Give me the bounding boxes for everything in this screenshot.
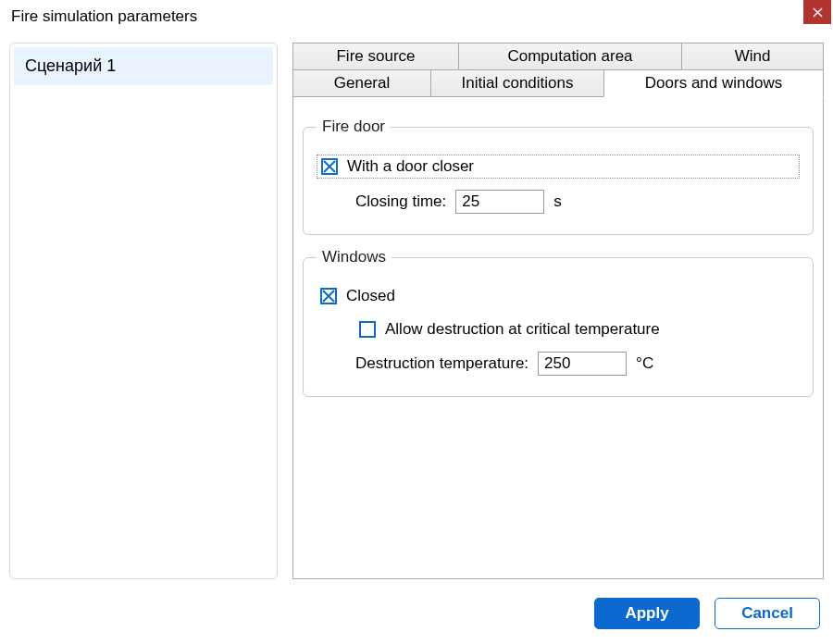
tab-label: Fire source <box>336 47 415 65</box>
tabs-row-bottom: General Initial conditions Doors and win… <box>292 69 824 97</box>
with-door-closer-checkbox[interactable] <box>321 158 338 175</box>
windows-group: Windows Closed <box>303 248 814 397</box>
footer: Apply Cancel <box>0 579 833 644</box>
windows-closed-row[interactable]: Closed <box>317 285 800 307</box>
titlebar: Fire simulation parameters <box>0 0 833 33</box>
sidebar-item-label: Сценарий 1 <box>25 56 116 75</box>
close-icon <box>813 7 823 18</box>
with-door-closer-row[interactable]: With a door closer <box>317 155 800 179</box>
tab-general[interactable]: General <box>292 69 431 97</box>
main-panel: Fire source Computation area Wind Genera… <box>292 43 824 579</box>
destruction-temp-unit: °C <box>636 354 653 373</box>
x-mark-icon <box>323 160 336 173</box>
fire-door-legend: Fire door <box>317 118 391 136</box>
windows-closed-checkbox[interactable] <box>320 288 337 304</box>
closing-time-row: Closing time: s <box>355 190 800 214</box>
allow-destruction-checkbox[interactable] <box>359 321 376 338</box>
tab-computation-area[interactable]: Computation area <box>458 43 682 70</box>
window: Fire simulation parameters Сценарий 1 Fi… <box>0 0 833 644</box>
destruction-temp-row: Destruction temperature: °C <box>355 352 800 376</box>
sidebar-item-scenario-1[interactable]: Сценарий 1 <box>14 47 273 85</box>
windows-closed-label: Closed <box>346 287 395 305</box>
apply-button[interactable]: Apply <box>594 598 700 629</box>
content-area: Сценарий 1 Fire source Computation area … <box>0 33 833 579</box>
destruction-temp-input[interactable] <box>538 352 627 376</box>
tab-wind[interactable]: Wind <box>681 43 824 70</box>
cancel-button[interactable]: Cancel <box>715 598 820 629</box>
with-door-closer-label: With a door closer <box>347 157 474 176</box>
tab-label: Computation area <box>507 47 632 65</box>
apply-button-label: Apply <box>625 604 668 623</box>
destruction-temp-label: Destruction temperature: <box>355 354 528 373</box>
tab-label: Initial conditions <box>462 74 574 92</box>
fire-door-group: Fire door With a door closer Closing tim… <box>303 118 814 235</box>
allow-destruction-label: Allow destruction at critical temperatur… <box>385 320 660 339</box>
tab-initial-conditions[interactable]: Initial conditions <box>430 69 604 97</box>
tab-label: Doors and windows <box>645 74 782 92</box>
tabs-row-top: Fire source Computation area Wind <box>292 43 824 70</box>
tab-content-doors-and-windows: Fire door With a door closer Closing tim… <box>292 97 824 579</box>
scenario-sidebar: Сценарий 1 <box>9 43 278 579</box>
allow-destruction-row[interactable]: Allow destruction at critical temperatur… <box>355 318 800 341</box>
cancel-button-label: Cancel <box>741 604 793 623</box>
tab-doors-and-windows[interactable]: Doors and windows <box>603 69 824 97</box>
closing-time-label: Closing time: <box>355 192 446 211</box>
x-mark-icon <box>322 290 335 303</box>
tab-label: Wind <box>735 47 771 65</box>
closing-time-input[interactable] <box>455 190 544 214</box>
tab-fire-source[interactable]: Fire source <box>292 43 459 70</box>
close-button[interactable] <box>803 0 831 24</box>
windows-legend: Windows <box>317 248 392 266</box>
window-title: Fire simulation parameters <box>0 0 208 33</box>
tab-label: General <box>334 74 390 92</box>
closing-time-unit: s <box>553 192 562 211</box>
